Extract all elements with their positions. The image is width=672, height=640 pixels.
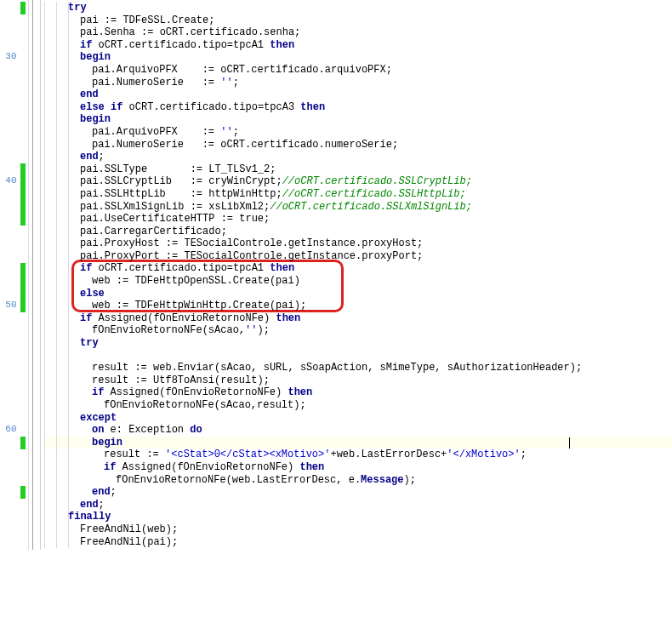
token-sym: . <box>226 300 232 311</box>
code-line[interactable]: result := Utf8ToAnsi(result); <box>44 374 672 387</box>
token-sym: . <box>318 64 324 76</box>
token-sym: . <box>227 101 233 113</box>
code-line[interactable]: pai.ProxyHost := TESocialControle.getIns… <box>44 237 672 250</box>
token-ident: getInstance <box>288 250 356 262</box>
line-numbers-column: 30405060 <box>0 0 19 550</box>
code-line[interactable]: FreeAndNil(pai); <box>44 536 672 549</box>
code-area[interactable]: trypai := TDFeSSL.Create;pai.Senha := oC… <box>41 0 672 550</box>
token-kw: try <box>80 337 99 349</box>
token-sym: ( <box>270 275 276 287</box>
code-line[interactable]: try <box>44 2 672 14</box>
code-line[interactable]: if Assigned(fOnEnvioRetornoNFe) then <box>44 386 672 399</box>
token-ident: pai <box>276 300 294 311</box>
code-line[interactable]: try <box>44 337 672 350</box>
token-sym: . <box>282 250 288 262</box>
token-ident: sURL <box>264 362 288 374</box>
token-sym: . <box>99 188 105 200</box>
code-line[interactable]: web := TDFeHttpOpenSSL.Create(pai) <box>44 275 672 288</box>
line-number <box>0 77 19 89</box>
code-line[interactable]: FreeAndNil(web); <box>44 523 672 536</box>
code-line[interactable]: pai.SSLHttpLib := httpWinHttp;//oCRT.cer… <box>44 188 672 201</box>
code-line[interactable]: begin <box>44 51 672 64</box>
token-ident: TESocialControle <box>184 250 282 262</box>
code-line[interactable]: else if oCRT.certificado.tipo=tpcA3 then <box>44 101 672 114</box>
token-ident: Create <box>233 275 270 287</box>
token-ident: pai <box>92 139 111 151</box>
code-line[interactable]: on e: Exception do <box>44 424 672 437</box>
code-line[interactable]: end <box>44 89 672 101</box>
code-line[interactable]: pai.SSLType := LT_TLSv1_2; <box>44 163 672 176</box>
token-sym: := <box>202 64 221 76</box>
code-line[interactable]: except <box>44 412 672 425</box>
token-ident: tipo <box>202 39 227 51</box>
token-ident: arquivoPFX <box>325 64 386 76</box>
token-str: '' <box>220 77 232 89</box>
token-sym: ( <box>270 300 276 311</box>
code-line[interactable]: if oCRT.certificado.tipo=tpcA1 then <box>44 39 672 52</box>
token-kw: then <box>299 461 324 473</box>
code-line[interactable]: if oCRT.certificado.tipo=tpcA1 then <box>44 262 672 275</box>
code-line[interactable]: end; <box>44 486 672 499</box>
code-line[interactable]: fOnEnvioRetornoNFe(sAcao,''); <box>44 324 672 337</box>
code-line[interactable]: pai.NumeroSerie := ''; <box>44 77 672 89</box>
token-sym: . <box>99 250 105 262</box>
code-line[interactable]: pai.SSLXmlSignLib := xsLibXml2;//oCRT.ce… <box>44 201 672 214</box>
code-line[interactable]: pai.ProxyPort := TESocialControle.getIns… <box>44 250 672 263</box>
token-ident: oCRT <box>92 39 122 51</box>
token-sym: . <box>99 26 105 38</box>
code-line[interactable]: finally <box>44 511 672 523</box>
change-marker <box>20 163 26 226</box>
token-ident: sAcao <box>220 399 251 411</box>
code-line[interactable]: web := TDFeHttpWinHttp.Create(pai); <box>44 300 672 312</box>
token-ident: tpcA1 <box>233 262 270 274</box>
code-line[interactable]: if Assigned(fOnEnvioRetornoNFe) then <box>44 312 672 325</box>
code-line[interactable]: pai := TDFeSSL.Create; <box>44 14 672 27</box>
code-editor[interactable]: 30405060 trypai := TDFeSSL.Create;pai.Se… <box>0 0 672 550</box>
token-ident: pai <box>80 237 99 249</box>
token-sym: := <box>105 14 123 26</box>
token-sym: ( <box>202 324 208 336</box>
code-line[interactable]: pai.UseCertificateHTTP := true; <box>44 213 672 226</box>
token-ident: tpcA3 <box>264 101 300 113</box>
token-sym: := <box>191 201 209 213</box>
token-kw: if <box>80 262 92 274</box>
token-ident: SSLCryptLib <box>105 175 191 187</box>
token-sym: , <box>367 362 379 374</box>
token-kw: end <box>80 151 99 163</box>
code-line[interactable]: pai.SSLCryptLib := cryWinCrypt;//oCRT.ce… <box>44 175 672 188</box>
code-line[interactable]: fOnEnvioRetornoNFe(web.LastErrorDesc, e.… <box>44 474 672 487</box>
line-number <box>0 237 19 250</box>
code-line[interactable] <box>44 350 672 363</box>
code-line[interactable]: else <box>44 288 672 300</box>
code-line[interactable]: pai.NumeroSerie := oCRT.certificado.nume… <box>44 139 672 151</box>
line-number <box>0 188 19 201</box>
token-ident: sAuthorizationHeader <box>447 362 570 374</box>
token-ident: NumeroSerie <box>117 77 202 89</box>
token-ident: pai <box>80 213 99 225</box>
token-ident: fOnEnvioRetornoNFe <box>104 399 214 411</box>
code-line[interactable]: pai.ArquivoPFX := oCRT.certificado.arqui… <box>44 64 672 77</box>
line-number <box>0 201 19 214</box>
code-line[interactable]: begin <box>44 113 672 126</box>
code-line[interactable]: pai.ArquivoPFX := ''; <box>44 126 672 139</box>
code-line[interactable]: if Assigned(fOnEnvioRetornoNFe) then <box>44 461 672 474</box>
token-ident: pai <box>147 536 166 548</box>
code-line[interactable]: result := '<cStat>0</cStat><xMotivo>'+we… <box>44 449 672 461</box>
code-line[interactable]: end; <box>44 151 672 163</box>
token-sym: ; <box>417 237 423 249</box>
code-line[interactable]: pai.Senha := oCRT.certificado.senha; <box>44 26 672 39</box>
token-ident: TDFeSSL <box>122 14 165 26</box>
line-number: 40 <box>0 175 19 188</box>
line-number <box>0 399 19 412</box>
code-line[interactable]: fOnEnvioRetornoNFe(sAcao,result); <box>44 399 672 412</box>
token-kw: on <box>92 424 104 436</box>
code-line[interactable]: result := web.Enviar(sAcao, sURL, sSoapA… <box>44 362 672 374</box>
token-sym: . <box>196 262 202 274</box>
token-kw: end <box>92 486 111 498</box>
token-sym: . <box>166 14 172 26</box>
code-line[interactable]: end; <box>44 499 672 511</box>
code-line[interactable]: pai.CarregarCertificado; <box>44 226 672 238</box>
fold-column[interactable] <box>28 0 40 550</box>
token-kw: begin <box>92 437 122 449</box>
code-line[interactable]: begin <box>44 437 672 449</box>
